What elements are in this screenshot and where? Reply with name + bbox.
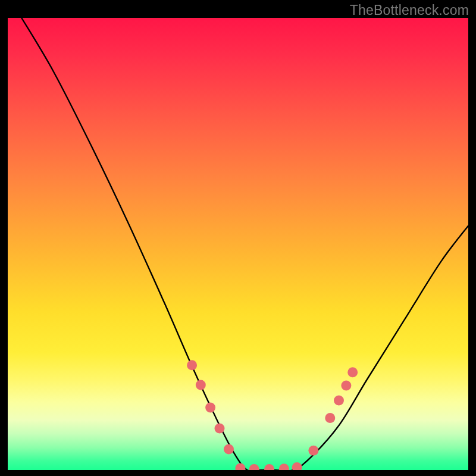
marker-layer [187,360,358,470]
highlight-dot [235,464,245,471]
highlight-dot [224,444,234,455]
highlight-dot [187,360,197,370]
curve-layer [21,18,468,470]
chart-svg [8,18,468,470]
highlight-dot [215,424,225,434]
bottleneck-curve [21,18,468,470]
plot-area [8,18,468,470]
highlight-dot [196,380,206,390]
highlight-dot [334,396,344,406]
highlight-dot [292,462,302,470]
highlight-dot [341,380,351,390]
highlight-dot [325,413,335,423]
highlight-dot [264,464,274,470]
highlight-dot [205,403,215,413]
highlight-dot [308,446,318,456]
watermark-text: TheBottleneck.com [350,2,469,18]
highlight-dot [279,464,289,470]
chart-frame: TheBottleneck.com [0,0,476,476]
highlight-dot [347,367,358,377]
highlight-dot [249,464,259,470]
